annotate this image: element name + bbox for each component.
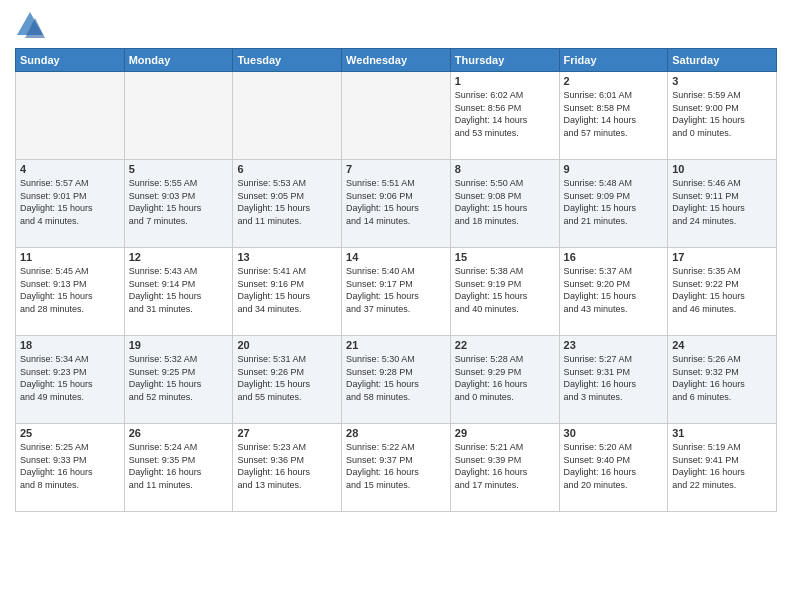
day-number: 27: [237, 427, 337, 439]
day-info: Sunrise: 5:48 AM Sunset: 9:09 PM Dayligh…: [564, 177, 664, 227]
logo: [15, 10, 50, 40]
calendar-cell: [124, 72, 233, 160]
day-number: 31: [672, 427, 772, 439]
calendar-week-5: 25Sunrise: 5:25 AM Sunset: 9:33 PM Dayli…: [16, 424, 777, 512]
day-info: Sunrise: 5:26 AM Sunset: 9:32 PM Dayligh…: [672, 353, 772, 403]
calendar-cell: 1Sunrise: 6:02 AM Sunset: 8:56 PM Daylig…: [450, 72, 559, 160]
day-number: 8: [455, 163, 555, 175]
day-number: 14: [346, 251, 446, 263]
day-info: Sunrise: 5:20 AM Sunset: 9:40 PM Dayligh…: [564, 441, 664, 491]
calendar-cell: 3Sunrise: 5:59 AM Sunset: 9:00 PM Daylig…: [668, 72, 777, 160]
day-number: 5: [129, 163, 229, 175]
day-info: Sunrise: 5:25 AM Sunset: 9:33 PM Dayligh…: [20, 441, 120, 491]
day-number: 13: [237, 251, 337, 263]
calendar-cell: 20Sunrise: 5:31 AM Sunset: 9:26 PM Dayli…: [233, 336, 342, 424]
calendar-cell: 21Sunrise: 5:30 AM Sunset: 9:28 PM Dayli…: [342, 336, 451, 424]
calendar-week-4: 18Sunrise: 5:34 AM Sunset: 9:23 PM Dayli…: [16, 336, 777, 424]
calendar-cell: 8Sunrise: 5:50 AM Sunset: 9:08 PM Daylig…: [450, 160, 559, 248]
day-number: 21: [346, 339, 446, 351]
day-info: Sunrise: 5:32 AM Sunset: 9:25 PM Dayligh…: [129, 353, 229, 403]
day-info: Sunrise: 5:35 AM Sunset: 9:22 PM Dayligh…: [672, 265, 772, 315]
calendar-cell: 11Sunrise: 5:45 AM Sunset: 9:13 PM Dayli…: [16, 248, 125, 336]
calendar-cell: 6Sunrise: 5:53 AM Sunset: 9:05 PM Daylig…: [233, 160, 342, 248]
day-number: 10: [672, 163, 772, 175]
calendar-cell: 31Sunrise: 5:19 AM Sunset: 9:41 PM Dayli…: [668, 424, 777, 512]
day-number: 4: [20, 163, 120, 175]
day-info: Sunrise: 5:21 AM Sunset: 9:39 PM Dayligh…: [455, 441, 555, 491]
day-info: Sunrise: 6:01 AM Sunset: 8:58 PM Dayligh…: [564, 89, 664, 139]
calendar-cell: 13Sunrise: 5:41 AM Sunset: 9:16 PM Dayli…: [233, 248, 342, 336]
calendar-week-1: 1Sunrise: 6:02 AM Sunset: 8:56 PM Daylig…: [16, 72, 777, 160]
weekday-header-friday: Friday: [559, 49, 668, 72]
calendar-cell: 26Sunrise: 5:24 AM Sunset: 9:35 PM Dayli…: [124, 424, 233, 512]
day-info: Sunrise: 5:38 AM Sunset: 9:19 PM Dayligh…: [455, 265, 555, 315]
weekday-header-monday: Monday: [124, 49, 233, 72]
day-info: Sunrise: 5:53 AM Sunset: 9:05 PM Dayligh…: [237, 177, 337, 227]
day-info: Sunrise: 5:50 AM Sunset: 9:08 PM Dayligh…: [455, 177, 555, 227]
day-info: Sunrise: 5:57 AM Sunset: 9:01 PM Dayligh…: [20, 177, 120, 227]
calendar-cell: 16Sunrise: 5:37 AM Sunset: 9:20 PM Dayli…: [559, 248, 668, 336]
calendar-cell: 2Sunrise: 6:01 AM Sunset: 8:58 PM Daylig…: [559, 72, 668, 160]
calendar-cell: 18Sunrise: 5:34 AM Sunset: 9:23 PM Dayli…: [16, 336, 125, 424]
day-info: Sunrise: 5:46 AM Sunset: 9:11 PM Dayligh…: [672, 177, 772, 227]
calendar-cell: 7Sunrise: 5:51 AM Sunset: 9:06 PM Daylig…: [342, 160, 451, 248]
calendar-cell: 14Sunrise: 5:40 AM Sunset: 9:17 PM Dayli…: [342, 248, 451, 336]
day-info: Sunrise: 5:30 AM Sunset: 9:28 PM Dayligh…: [346, 353, 446, 403]
day-info: Sunrise: 5:23 AM Sunset: 9:36 PM Dayligh…: [237, 441, 337, 491]
weekday-header-wednesday: Wednesday: [342, 49, 451, 72]
calendar-week-3: 11Sunrise: 5:45 AM Sunset: 9:13 PM Dayli…: [16, 248, 777, 336]
day-number: 28: [346, 427, 446, 439]
calendar-cell: 23Sunrise: 5:27 AM Sunset: 9:31 PM Dayli…: [559, 336, 668, 424]
day-info: Sunrise: 6:02 AM Sunset: 8:56 PM Dayligh…: [455, 89, 555, 139]
calendar-cell: 4Sunrise: 5:57 AM Sunset: 9:01 PM Daylig…: [16, 160, 125, 248]
day-number: 18: [20, 339, 120, 351]
calendar-cell: 29Sunrise: 5:21 AM Sunset: 9:39 PM Dayli…: [450, 424, 559, 512]
day-number: 30: [564, 427, 664, 439]
calendar-cell: 22Sunrise: 5:28 AM Sunset: 9:29 PM Dayli…: [450, 336, 559, 424]
calendar-cell: 30Sunrise: 5:20 AM Sunset: 9:40 PM Dayli…: [559, 424, 668, 512]
calendar-cell: 15Sunrise: 5:38 AM Sunset: 9:19 PM Dayli…: [450, 248, 559, 336]
calendar-cell: 28Sunrise: 5:22 AM Sunset: 9:37 PM Dayli…: [342, 424, 451, 512]
day-info: Sunrise: 5:40 AM Sunset: 9:17 PM Dayligh…: [346, 265, 446, 315]
day-number: 7: [346, 163, 446, 175]
calendar-cell: [342, 72, 451, 160]
day-number: 9: [564, 163, 664, 175]
day-info: Sunrise: 5:45 AM Sunset: 9:13 PM Dayligh…: [20, 265, 120, 315]
calendar-week-2: 4Sunrise: 5:57 AM Sunset: 9:01 PM Daylig…: [16, 160, 777, 248]
day-number: 29: [455, 427, 555, 439]
day-number: 25: [20, 427, 120, 439]
calendar-cell: [16, 72, 125, 160]
day-info: Sunrise: 5:51 AM Sunset: 9:06 PM Dayligh…: [346, 177, 446, 227]
day-number: 12: [129, 251, 229, 263]
day-number: 15: [455, 251, 555, 263]
day-number: 16: [564, 251, 664, 263]
logo-icon: [15, 10, 45, 40]
calendar-cell: [233, 72, 342, 160]
header: [15, 10, 777, 40]
day-number: 2: [564, 75, 664, 87]
weekday-header-tuesday: Tuesday: [233, 49, 342, 72]
day-info: Sunrise: 5:55 AM Sunset: 9:03 PM Dayligh…: [129, 177, 229, 227]
day-number: 24: [672, 339, 772, 351]
day-number: 17: [672, 251, 772, 263]
day-info: Sunrise: 5:37 AM Sunset: 9:20 PM Dayligh…: [564, 265, 664, 315]
day-number: 26: [129, 427, 229, 439]
calendar-cell: 25Sunrise: 5:25 AM Sunset: 9:33 PM Dayli…: [16, 424, 125, 512]
calendar-cell: 9Sunrise: 5:48 AM Sunset: 9:09 PM Daylig…: [559, 160, 668, 248]
day-info: Sunrise: 5:31 AM Sunset: 9:26 PM Dayligh…: [237, 353, 337, 403]
day-info: Sunrise: 5:27 AM Sunset: 9:31 PM Dayligh…: [564, 353, 664, 403]
day-info: Sunrise: 5:22 AM Sunset: 9:37 PM Dayligh…: [346, 441, 446, 491]
weekday-header-row: SundayMondayTuesdayWednesdayThursdayFrid…: [16, 49, 777, 72]
calendar-cell: 19Sunrise: 5:32 AM Sunset: 9:25 PM Dayli…: [124, 336, 233, 424]
day-number: 23: [564, 339, 664, 351]
calendar-table: SundayMondayTuesdayWednesdayThursdayFrid…: [15, 48, 777, 512]
calendar-cell: 5Sunrise: 5:55 AM Sunset: 9:03 PM Daylig…: [124, 160, 233, 248]
weekday-header-thursday: Thursday: [450, 49, 559, 72]
day-info: Sunrise: 5:28 AM Sunset: 9:29 PM Dayligh…: [455, 353, 555, 403]
day-info: Sunrise: 5:43 AM Sunset: 9:14 PM Dayligh…: [129, 265, 229, 315]
day-number: 3: [672, 75, 772, 87]
weekday-header-saturday: Saturday: [668, 49, 777, 72]
calendar-cell: 24Sunrise: 5:26 AM Sunset: 9:32 PM Dayli…: [668, 336, 777, 424]
day-number: 19: [129, 339, 229, 351]
day-info: Sunrise: 5:19 AM Sunset: 9:41 PM Dayligh…: [672, 441, 772, 491]
